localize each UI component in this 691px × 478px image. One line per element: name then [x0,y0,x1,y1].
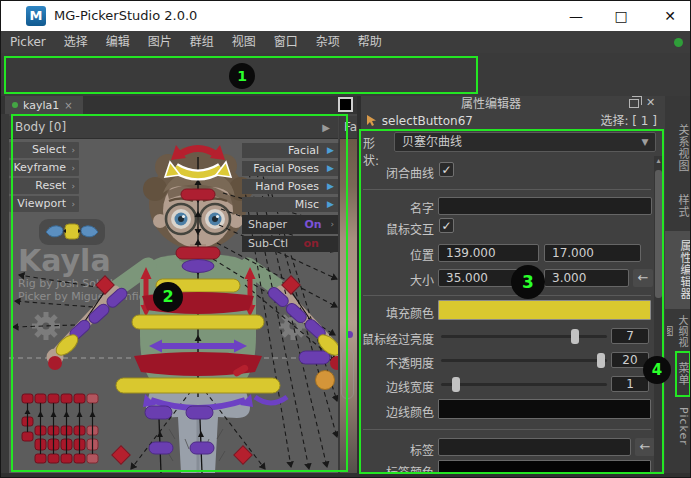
selection-info: 选择: [ 1 ] [561,113,657,130]
shaper-arrow-icon: › [330,215,334,234]
scrollbar-handle[interactable] [655,170,662,298]
size-width-input[interactable]: 35.000 [438,269,539,287]
blue-flyout-arrow-icon: ▶ [327,181,334,192]
menu-picker[interactable]: Picker [1,31,55,53]
tab-menu[interactable]: 菜单 [667,355,690,393]
flyout-arrow-icon: › [71,196,75,212]
line-width-slider[interactable] [441,383,607,386]
menu-image[interactable]: 图片 [139,31,181,53]
eye-control-graphic [39,219,105,245]
tab-picker[interactable]: Picker [667,403,690,449]
shaper-toggle-row[interactable]: Shaper On › [242,215,338,234]
tab-style[interactable]: 样式 [667,189,690,223]
watermark-line2: Picker by Miguel Winfield [18,290,155,303]
position-x-input[interactable]: 139.000 [438,244,539,262]
subctl-toggle-row[interactable]: Sub-Ctl on [242,236,338,252]
node-name: selectButton67 [382,114,473,128]
hover-brightness-slider[interactable] [441,335,607,338]
maya-app-icon: M [26,6,46,26]
facial-poses-flyout-button[interactable]: Facial Poses▶ [242,161,338,176]
tab-close-icon[interactable]: × [64,100,72,111]
mouse-interact-checkbox[interactable]: ✓ [439,218,454,233]
fill-color-label: 填充颜色 [356,304,434,321]
menu-misc[interactable]: 杂项 [307,31,349,53]
facial-flyout-button[interactable]: Facial▶ [242,143,338,158]
viewport-flyout-button[interactable]: Viewport› [9,196,79,212]
float-panel-icon[interactable] [629,99,639,108]
close-button[interactable]: ✕ [653,5,687,27]
page-tab-face-clipped[interactable]: Fa [340,116,357,139]
display-toggle-icon[interactable] [338,97,353,112]
line-color-swatch[interactable] [438,399,651,419]
opacity-value[interactable]: 20 [611,352,649,368]
node-name-row: selectButton67 [365,113,473,130]
fill-color-swatch[interactable] [438,300,651,320]
facial-poses-label: Facial Poses [253,162,319,175]
attribute-scrollbar[interactable]: ▴ [654,156,663,471]
hand-poses-flyout-button[interactable]: Hand Poses▶ [242,179,338,194]
separator [363,189,651,190]
close-panel-icon[interactable]: ✕ [646,96,655,109]
page-tab-body[interactable]: Body [0] ▶ [9,116,338,139]
menu-bar: Picker 选择 编辑 图片 群组 视图 窗口 杂项 帮助 [1,31,691,53]
facial-label: Facial [288,144,319,157]
subctl-state[interactable]: on [291,237,318,250]
chevron-down-icon[interactable]: ▼ [635,132,655,152]
maximize-button[interactable]: □ [604,5,638,27]
tab-relation-view[interactable]: 关系视图 [667,115,690,181]
menu-select[interactable]: 选择 [55,31,97,53]
keyframe-flyout-button[interactable]: Keyframe› [9,160,79,176]
minimize-button[interactable]: — [559,5,593,27]
face-page-widget [341,349,354,399]
tab-outline-view[interactable]: 大纲视图 [667,313,690,349]
finger-controls[interactable] [22,394,98,463]
shape-combobox[interactable]: 贝塞尔曲线 [394,132,656,152]
shape-label: 形状: [363,134,391,168]
menu-window[interactable]: 窗口 [265,31,307,53]
blue-flyout-arrow-icon: ▶ [327,145,334,156]
label-input[interactable] [438,438,631,456]
slider-handle[interactable] [597,353,605,368]
misc-flyout-button[interactable]: Misc▶ [242,197,338,212]
misc-label: Misc [295,198,319,211]
flyout-arrow-icon: › [71,142,75,158]
name-input[interactable] [438,197,652,215]
flyout-arrow-icon: › [71,178,75,194]
page-tab-arrow-icon[interactable]: ▶ [322,116,330,139]
slider-handle[interactable] [452,377,460,392]
line-color-label: 边线颜色 [356,403,434,420]
slider-handle[interactable] [571,329,579,344]
label-color-swatch[interactable] [438,460,651,474]
blue-flyout-arrow-icon: ▶ [327,199,334,210]
eye-control-widget[interactable] [39,219,105,245]
opacity-slider[interactable] [441,359,607,362]
size-reset-button[interactable]: ← [633,269,653,287]
menu-view[interactable]: 视图 [223,31,265,53]
hover-brightness-value[interactable]: 7 [611,328,649,344]
label-label: 标签 [356,441,434,458]
scroll-up-icon[interactable]: ▴ [654,156,663,165]
tab-attribute-editor[interactable]: 属性编辑器 [665,231,691,309]
face-page-sliver[interactable] [340,139,357,473]
subctl-label: Sub-Ctl [242,237,288,250]
position-y-input[interactable]: 17.000 [544,244,641,262]
size-height-input[interactable]: 3.000 [544,269,629,287]
menu-group[interactable]: 群组 [181,31,223,53]
attribute-editor-title: 属性编辑器 [361,96,621,113]
keyframe-label: Keyframe [13,161,66,174]
separator [363,295,651,296]
reset-flyout-button[interactable]: Reset› [9,178,79,194]
select-flyout-button[interactable]: Select› [9,142,79,158]
shape-value: 贝塞尔曲线 [402,135,462,149]
menu-help[interactable]: 帮助 [349,31,391,53]
toolbar: T » [1,53,691,96]
select-label: Select [32,143,66,156]
line-width-value[interactable]: 1 [611,376,649,392]
label-reset-button[interactable]: ← [635,438,655,456]
opacity-label: 不透明度 [356,354,434,371]
closed-curve-checkbox[interactable]: ✓ [439,162,454,177]
shaper-state[interactable]: On [290,218,321,231]
tab-kayla1[interactable]: kayla1 × [5,96,83,114]
tab-label: kayla1 [23,99,59,112]
menu-edit[interactable]: 编辑 [97,31,139,53]
